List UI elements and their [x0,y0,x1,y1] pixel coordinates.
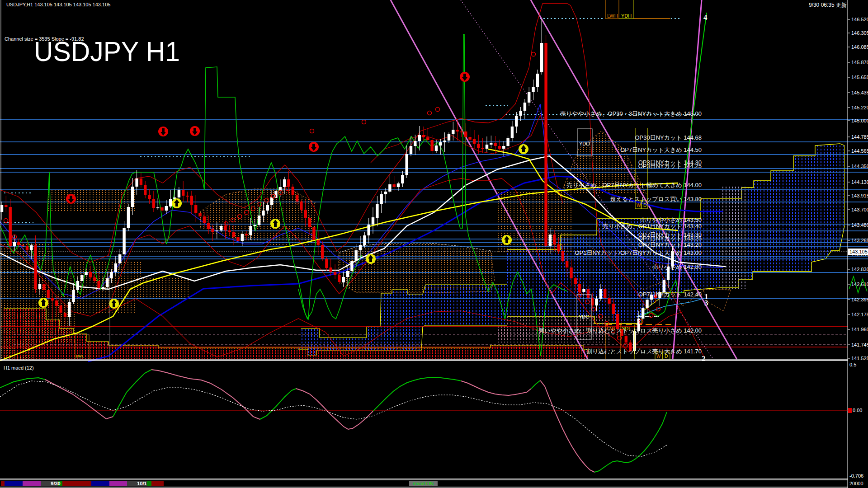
svg-text:143.700: 143.700 [851,207,868,212]
svg-text:144.130: 144.130 [851,179,868,185]
svg-text:OP7日NYカット 143.20: OP7日NYカット 143.20 [638,241,702,248]
svg-text:YDO: YDO [579,141,590,146]
svg-text:売り小さめ、OP1日NYカット 143.40: 売り小さめ、OP1日NYカット 143.40 [603,223,702,230]
svg-text:145.435: 145.435 [851,90,868,95]
svg-text:146.520: 146.520 [851,17,868,22]
svg-text:W: W [637,203,641,208]
svg-text:OP3日NYカット 144.25: OP3日NYカット 144.25 [638,163,702,169]
svg-text:143.915: 143.915 [851,193,868,198]
svg-text:142.175: 142.175 [851,312,868,317]
svg-text:割り込むとストップロス売り大きめ 141.70: 割り込むとストップロス売り大きめ 141.70 [586,348,702,355]
svg-text:LWL: LWL [76,354,84,358]
svg-text:-0.706: -0.706 [849,473,863,479]
svg-text:143.105: 143.105 [849,249,868,254]
svg-text:OP7日NYカット 142.40: OP7日NYカット 142.40 [638,291,702,298]
svg-text:144.785: 144.785 [851,134,868,140]
svg-text:145.000: 145.000 [851,118,868,123]
svg-text:10/1: 10/1 [137,481,146,486]
svg-text:141.960: 141.960 [851,327,868,332]
svg-text:144.350: 144.350 [851,164,868,169]
svg-text:LWH: LWH [607,13,618,19]
svg-text:OP30日NYカット 144.68: OP30日NYカット 144.68 [635,134,702,141]
svg-text:142.395: 142.395 [851,297,868,302]
svg-text:OP7日NYカット大きめ 144.50: OP7日NYカット大きめ 144.50 [620,146,702,153]
svg-text:4: 4 [703,13,708,22]
svg-text:9/30 06:35 更新: 9/30 06:35 更新 [809,2,847,8]
svg-text:20000: 20000 [849,481,863,486]
svg-text:146.305: 146.305 [851,30,868,36]
svg-text:売りやや小さめ、OP30・3日NYカット大きめ 145.00: 売りやや小さめ、OP30・3日NYカット大きめ 145.00 [560,110,702,117]
svg-text:売り小さめ 142.80: 売り小さめ 142.80 [652,263,702,270]
svg-text:USDJPY H1: USDJPY H1 [34,36,180,67]
svg-text:143.480: 143.480 [851,222,868,228]
svg-text:0.5: 0.5 [849,362,856,367]
svg-text:145.870: 145.870 [851,60,868,65]
svg-text:USDJPY,H1 143.105 143.105 143: USDJPY,H1 143.105 143.105 143.105 143.10… [6,2,110,7]
svg-text:142.610: 142.610 [851,282,868,287]
svg-text:買いやや小さめ、割り込むとストップロス売り小さめ 142.0: 買いやや小さめ、割り込むとストップロス売り小さめ 142.00 [538,327,702,334]
svg-text:9/30: 9/30 [51,481,60,486]
svg-text:0.00: 0.00 [853,408,862,413]
svg-text:145.220: 145.220 [851,105,868,110]
svg-text:超えるとストップロス買い 143.80: 超えるとストップロス買い 143.80 [610,196,702,202]
svg-text:YDC: YDC [579,314,589,319]
svg-text:売り小さめ、OP7日NYカット極めて大きめ 144.00: 売り小さめ、OP7日NYカット極めて大きめ 144.00 [567,182,702,188]
svg-text:OP7日NYカット 143.25: OP7日NYカット 143.25 [638,235,702,242]
svg-text:141.745: 141.745 [851,342,868,347]
svg-text:YDH: YDH [621,13,632,19]
svg-text:OP1日NYカット/OP7日NYカット大きめ 143.00: OP1日NYカット/OP7日NYカット大きめ 143.00 [575,249,702,256]
svg-text:売りやや小さめ 143.50: 売りやや小さめ 143.50 [640,216,702,223]
svg-text:144.565: 144.565 [851,148,868,154]
svg-text:2: 2 [702,354,706,363]
svg-text:143.265: 143.265 [851,238,868,243]
svg-text:H1 macd (12): H1 macd (12) [4,365,34,371]
svg-text:D: D [643,203,646,208]
svg-text:142.830: 142.830 [851,267,868,272]
svg-text:145.655: 145.655 [851,75,868,80]
svg-text:3: 3 [704,299,708,307]
svg-text:macd ON: macd ON [413,481,434,486]
svg-text:141.525: 141.525 [851,356,868,361]
svg-text:146.085: 146.085 [851,44,868,50]
